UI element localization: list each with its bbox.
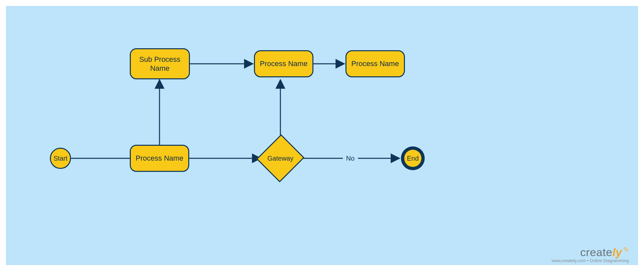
connector-layer xyxy=(6,6,638,265)
start-label: Start xyxy=(54,155,67,162)
sub-process-node[interactable]: Sub Process Name xyxy=(130,48,190,79)
process-top-mid-node[interactable]: Process Name xyxy=(254,50,313,77)
process-main-label: Process Name xyxy=(136,154,183,163)
process-main-node[interactable]: Process Name xyxy=(130,145,189,172)
edge-label-no: No xyxy=(343,154,358,163)
brand-subtitle: www.creately.com • Online Diagramming xyxy=(552,258,629,263)
brand-part2: ly xyxy=(612,246,622,258)
process-top-right-node[interactable]: Process Name xyxy=(345,50,405,77)
process-top-mid-label: Process Name xyxy=(260,59,307,68)
end-inner: End xyxy=(404,150,421,167)
gateway-node[interactable] xyxy=(264,142,297,175)
end-label: End xyxy=(407,155,419,162)
brand-text: creately✎ xyxy=(552,246,629,259)
end-node[interactable]: End xyxy=(401,146,425,170)
sub-process-label: Sub Process Name xyxy=(139,55,181,73)
bulb-icon: ✎ xyxy=(623,246,629,254)
process-top-right-label: Process Name xyxy=(351,59,399,68)
gateway-shape xyxy=(256,134,304,182)
brand-part1: create xyxy=(580,246,613,258)
start-node[interactable]: Start xyxy=(50,148,71,169)
creately-watermark: creately✎ www.creately.com • Online Diag… xyxy=(552,246,629,263)
diagram-canvas: Start Process Name Sub Process Name Proc… xyxy=(6,6,638,265)
